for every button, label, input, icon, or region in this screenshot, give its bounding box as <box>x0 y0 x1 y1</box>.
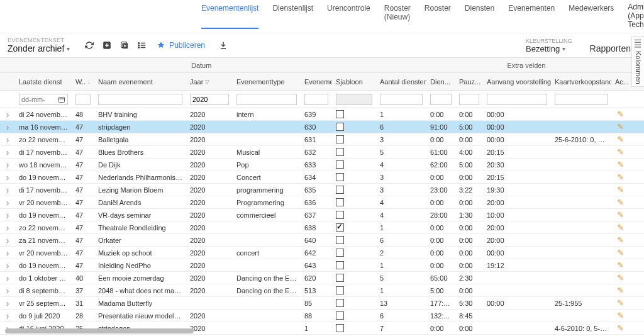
cell-sjabloon[interactable] <box>332 249 376 257</box>
expand-toggle[interactable] <box>0 122 15 132</box>
cell-sjabloon[interactable] <box>332 198 376 207</box>
nav-evenementen[interactable]: Evenementen <box>508 3 555 29</box>
cell-action[interactable]: ✎ <box>611 210 629 220</box>
expand-toggle[interactable] <box>0 248 15 258</box>
expand-toggle[interactable] <box>0 223 15 233</box>
col-actions[interactable]: Ac... <box>611 78 629 86</box>
cell-action[interactable]: ✎ <box>611 109 629 119</box>
filter-kaart[interactable] <box>555 94 608 105</box>
cell-sjabloon[interactable] <box>332 173 376 182</box>
table-row[interactable]: di 17 november...47Lezing Marion Bloem20… <box>0 184 644 196</box>
cell-action[interactable]: ✎ <box>611 122 629 132</box>
table-row[interactable]: zo 22 november...47Balletgala202063130:0… <box>0 133 644 146</box>
edit-icon[interactable]: ✎ <box>617 210 624 220</box>
cell-action[interactable]: ✎ <box>611 172 629 182</box>
table-row[interactable]: zo 22 november...47Theatrale Rondleiding… <box>0 221 644 234</box>
table-row[interactable]: do 9 juli 202028Presentatie nieuw model … <box>0 310 644 322</box>
table-row[interactable]: di 24 november...48BHV training2020inter… <box>0 108 644 121</box>
edit-icon[interactable]: ✎ <box>617 323 624 333</box>
filter-week[interactable] <box>75 94 91 105</box>
cell-sjabloon[interactable] <box>332 148 376 157</box>
table-row[interactable]: vr 20 november...47Muziek op schoot2020c… <box>0 247 644 259</box>
filter-aanvang[interactable] <box>487 94 547 105</box>
col-type[interactable]: Evenementtype <box>233 78 301 86</box>
filter-type[interactable] <box>236 94 297 105</box>
add-icon[interactable] <box>101 40 113 51</box>
expand-toggle[interactable] <box>0 273 15 283</box>
horizontal-scrollbar[interactable] <box>5 328 194 333</box>
edit-icon[interactable]: ✎ <box>617 298 624 308</box>
table-row[interactable]: za 21 november...47Orkater202064060:000:… <box>0 234 644 247</box>
filter-pauz[interactable] <box>459 94 479 105</box>
col-naam[interactable]: Naam evenement <box>94 78 186 86</box>
nav-rooster-nieuw-[interactable]: Rooster (Nieuw) <box>384 3 411 29</box>
expand-toggle[interactable] <box>0 260 15 271</box>
cell-sjabloon[interactable] <box>332 223 376 232</box>
expand-toggle[interactable] <box>0 172 15 182</box>
expand-toggle[interactable] <box>0 185 15 195</box>
table-row[interactable]: vr 20 november...47Daniël Arends2020Prog… <box>0 196 644 209</box>
cell-action[interactable]: ✎ <box>611 185 629 194</box>
edit-icon[interactable]: ✎ <box>617 135 624 144</box>
cell-action[interactable]: ✎ <box>611 311 629 320</box>
cell-sjabloon[interactable] <box>332 261 376 270</box>
edit-icon[interactable]: ✎ <box>617 185 624 194</box>
cell-action[interactable]: ✎ <box>611 160 629 169</box>
table-row[interactable]: wo 18 novembe...47De Dijk2020Pop633462:0… <box>0 159 644 171</box>
cell-action[interactable]: ✎ <box>611 286 629 295</box>
expand-toggle[interactable] <box>0 160 15 170</box>
cell-action[interactable]: ✎ <box>611 260 629 270</box>
nav-urencontrole[interactable]: Urencontrole <box>327 3 370 29</box>
col-aanvang[interactable]: Aanvang voorstelling <box>483 78 551 86</box>
table-row[interactable]: di 8 september ...372048 - what does not… <box>0 284 644 297</box>
table-row[interactable]: do 19 novembe...47VR-days seminar2020com… <box>0 209 644 221</box>
cell-action[interactable]: ✎ <box>611 235 629 245</box>
edit-icon[interactable]: ✎ <box>617 223 624 232</box>
list-icon[interactable] <box>136 40 148 51</box>
cell-sjabloon[interactable] <box>332 135 376 144</box>
expand-toggle[interactable] <box>0 198 15 208</box>
filter-dien[interactable] <box>430 94 452 105</box>
edit-icon[interactable]: ✎ <box>617 198 624 207</box>
edit-icon[interactable]: ✎ <box>617 248 624 257</box>
expand-toggle[interactable] <box>0 235 15 245</box>
filter-aantal[interactable] <box>380 94 423 105</box>
cell-sjabloon[interactable] <box>332 110 376 119</box>
filter-sjabloon[interactable] <box>336 94 372 105</box>
edit-icon[interactable]: ✎ <box>617 273 624 283</box>
edit-icon[interactable]: ✎ <box>617 286 624 295</box>
cell-sjabloon[interactable] <box>332 236 376 245</box>
colorscheme-dropdown[interactable]: KLEURSTELLING Bezetting▾ <box>526 38 572 53</box>
reports-dropdown[interactable]: Rapporten▾ <box>590 43 636 53</box>
edit-icon[interactable]: ✎ <box>617 260 624 270</box>
filter-jaar[interactable] <box>190 94 229 105</box>
cell-sjabloon[interactable] <box>332 123 376 132</box>
nav-dienstenlijst[interactable]: Dienstenlijst <box>272 3 313 29</box>
col-laatste-dienst[interactable]: Laatste dienst <box>15 78 72 86</box>
cell-action[interactable]: ✎ <box>611 223 629 232</box>
table-row[interactable]: vr 25 septembe...31Madama Butterfly85131… <box>0 297 644 310</box>
table-row[interactable]: do 19 novembe...47Inleiding NedPho202064… <box>0 259 644 272</box>
edit-icon[interactable]: ✎ <box>617 235 624 245</box>
edit-icon[interactable]: ✎ <box>617 109 624 119</box>
cell-action[interactable]: ✎ <box>611 147 629 157</box>
table-row[interactable]: do 19 novembe...47Nederlands Philharmoni… <box>0 171 644 184</box>
col-sjabloon[interactable]: Sjabloon <box>332 78 376 86</box>
nav-rooster[interactable]: Rooster <box>425 3 451 29</box>
columns-panel-toggle[interactable]: |||| Kolommen <box>631 36 644 87</box>
cell-sjabloon[interactable] <box>332 311 376 320</box>
edit-icon[interactable]: ✎ <box>617 122 624 132</box>
cell-sjabloon[interactable] <box>332 286 376 295</box>
col-jaar[interactable]: Jaar▽ <box>186 78 233 86</box>
filter-evnr[interactable] <box>304 94 328 105</box>
cell-sjabloon[interactable] <box>332 299 376 308</box>
edit-icon[interactable]: ✎ <box>617 311 624 320</box>
nav-evenementenlijst[interactable]: Evenementenlijst <box>201 3 258 29</box>
cell-action[interactable]: ✎ <box>611 135 629 144</box>
col-pauze[interactable]: Pauz... <box>455 78 483 86</box>
edit-icon[interactable]: ✎ <box>617 160 624 169</box>
expand-toggle[interactable] <box>0 109 15 120</box>
nav-diensten[interactable]: Diensten <box>465 3 494 29</box>
cell-sjabloon[interactable] <box>332 274 376 283</box>
col-aantal[interactable]: Aantal diensten <box>376 78 426 86</box>
